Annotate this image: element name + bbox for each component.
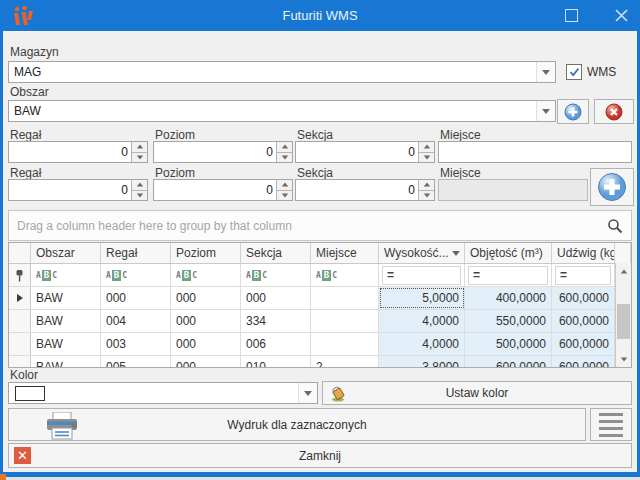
filter-cell-miejsce[interactable]: ABC [311,264,379,286]
column-header-poziom[interactable]: Poziom [171,243,241,263]
close-button[interactable] [602,0,640,31]
cell-regal[interactable]: 005 [101,356,171,368]
scrollbar-thumb[interactable] [617,304,630,339]
spinner-buttons[interactable] [418,180,434,200]
column-header-udzwig[interactable]: Udźwig (kg) [552,243,615,263]
equals-filter-icon[interactable]: = [382,266,461,285]
filter-cell-sekcja[interactable]: ABC [241,264,311,286]
cell-wysokosc[interactable]: 3,8000 [379,356,465,368]
cell-objetosc[interactable]: 600,0000 [465,356,552,368]
spin-down-icon[interactable] [132,191,147,201]
obszar-dropdown-button[interactable] [536,101,555,121]
sekcja-spinner-1[interactable] [295,141,435,163]
column-header-miejsce[interactable]: Miejsce [311,243,379,263]
regal-spinner-2[interactable] [8,179,148,201]
equals-filter-icon[interactable]: = [555,266,611,285]
regal-spinner-2-input[interactable] [9,180,131,200]
cell-objetosc[interactable]: 500,0000 [465,333,552,355]
magazyn-combo[interactable] [8,61,556,83]
poziom-spinner-2[interactable] [153,179,293,201]
data-grid[interactable]: Obszar Regał Poziom Sekcja Miejsce Wysok… [8,242,632,368]
spinner-buttons[interactable] [276,142,292,162]
close-form-button[interactable]: ✕ Zamknij [8,443,632,468]
spin-up-icon[interactable] [132,142,147,153]
spinner-buttons[interactable] [131,180,147,200]
add-location-button[interactable] [590,168,634,206]
regal-spinner-1[interactable] [8,141,148,163]
obszar-combo[interactable] [8,100,556,122]
spin-down-icon[interactable] [419,191,434,201]
spin-up-icon[interactable] [419,142,434,153]
filter-cell-obszar[interactable]: ABC [31,264,101,286]
spinner-buttons[interactable] [131,142,147,162]
table-row[interactable]: BAW 005 000 010 2 3,8000 600,0000 600,00… [9,356,631,368]
cell-sekcja[interactable]: 334 [241,310,311,332]
search-icon[interactable] [607,218,623,234]
wms-checkbox[interactable]: WMS [566,64,616,80]
magazyn-input[interactable] [9,65,536,79]
filter-cell-wysokosc[interactable]: = [379,264,465,286]
spin-up-icon[interactable] [277,180,292,191]
table-row[interactable]: BAW 003 000 006 4,0000 500,0000 600,0000 [9,333,631,356]
spin-up-icon[interactable] [132,180,147,191]
poziom-spinner-1[interactable] [153,141,293,163]
spin-down-icon[interactable] [277,153,292,163]
cell-wysokosc[interactable]: 4,0000 [379,310,465,332]
cell-regal[interactable]: 004 [101,310,171,332]
column-header-objetosc[interactable]: Objętość (m³) [465,243,552,263]
auto-filter-row[interactable]: ABC ABC ABC ABC ABC = = = [9,264,631,287]
vertical-scrollbar[interactable] [615,263,631,367]
cell-udzwig[interactable]: 600,0000 [552,333,615,355]
obszar-input[interactable] [9,104,536,118]
poziom-spinner-1-input[interactable] [154,142,276,162]
cell-poziom[interactable]: 000 [171,356,241,368]
cell-udzwig[interactable]: 600,0000 [552,356,615,368]
sekcja-spinner-1-input[interactable] [296,142,418,162]
cell-regal[interactable]: 000 [101,287,171,309]
print-selected-button[interactable]: Wydruk dla zaznaczonych [8,408,586,441]
spin-down-icon[interactable] [277,191,292,201]
cell-udzwig[interactable]: 600,0000 [552,310,615,332]
scroll-down-button[interactable] [616,351,631,367]
checkbox-box[interactable] [566,64,582,80]
filter-cell-objetosc[interactable]: = [465,264,552,286]
column-header-sekcja[interactable]: Sekcja [241,243,311,263]
cell-miejsce[interactable] [311,287,379,309]
set-color-button[interactable]: Ustaw kolor [322,381,632,405]
poziom-spinner-2-input[interactable] [154,180,276,200]
filter-cell-regal[interactable]: ABC [101,264,171,286]
filter-cell-poziom[interactable]: ABC [171,264,241,286]
cell-miejsce[interactable]: 2 [311,356,379,368]
cell-objetosc[interactable]: 400,0000 [465,287,552,309]
table-row[interactable]: BAW 000 000 000 5,0000 400,0000 600,0000 [9,287,631,310]
filter-cell-udzwig[interactable]: = [552,264,615,286]
cell-regal[interactable]: 003 [101,333,171,355]
sekcja-spinner-2-input[interactable] [296,180,418,200]
cell-obszar[interactable]: BAW [31,356,101,368]
add-obszar-button[interactable] [557,99,589,124]
cell-miejsce[interactable] [311,310,379,332]
miejsce-input-1[interactable] [438,141,632,163]
cell-obszar[interactable]: BAW [31,333,101,355]
cell-sekcja[interactable]: 000 [241,287,311,309]
cell-objetosc[interactable]: 550,0000 [465,310,552,332]
column-header-regal[interactable]: Regał [101,243,171,263]
cell-obszar[interactable]: BAW [31,287,101,309]
cell-miejsce[interactable] [311,333,379,355]
spin-down-icon[interactable] [419,153,434,163]
cell-poziom[interactable]: 000 [171,287,241,309]
cell-sekcja[interactable]: 010 [241,356,311,368]
spin-up-icon[interactable] [277,142,292,153]
spinner-buttons[interactable] [418,142,434,162]
clear-obszar-button[interactable] [594,99,634,124]
spin-up-icon[interactable] [419,180,434,191]
table-row[interactable]: BAW 004 000 334 4,0000 550,0000 600,0000 [9,310,631,333]
cell-wysokosc[interactable]: 4,0000 [379,333,465,355]
spin-down-icon[interactable] [132,153,147,163]
cell-sekcja[interactable]: 006 [241,333,311,355]
column-header-wysokosc[interactable]: Wysokość... [379,243,465,263]
group-panel[interactable]: Drag a column header here to group by th… [8,210,632,241]
cell-poziom[interactable]: 000 [171,310,241,332]
cell-poziom[interactable]: 000 [171,333,241,355]
column-header-obszar[interactable]: Obszar [31,243,101,263]
